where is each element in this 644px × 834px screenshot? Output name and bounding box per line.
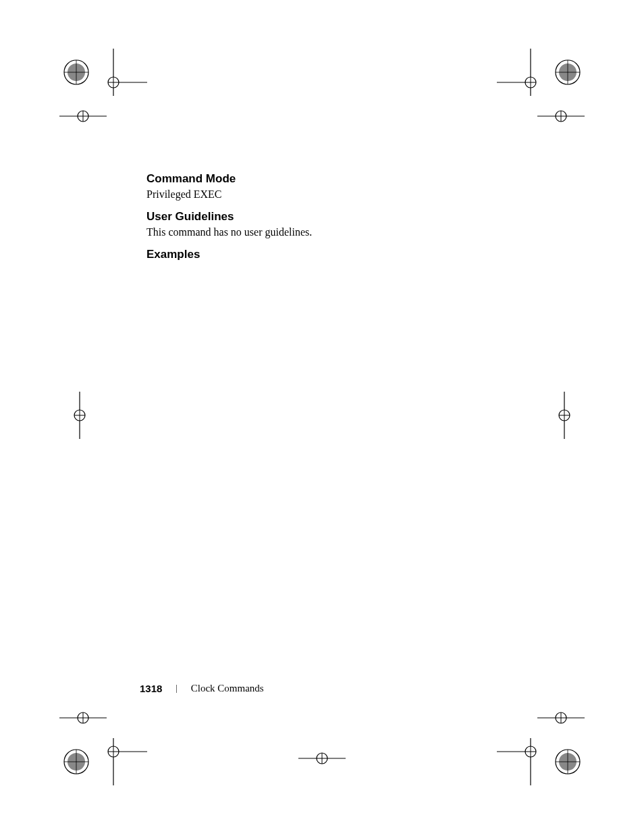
registration-mark-icon <box>59 55 93 89</box>
crop-mark-icon <box>59 698 107 738</box>
crop-mark-icon <box>100 49 147 96</box>
command-mode-body: Privileged EXEC <box>146 188 511 201</box>
crop-mark-icon <box>298 745 346 772</box>
footer-separator: | <box>176 683 177 694</box>
footer-section-title: Clock Commands <box>191 683 264 694</box>
examples-heading: Examples <box>146 248 511 261</box>
page-content: Command Mode Privileged EXEC User Guidel… <box>146 172 511 264</box>
registration-mark-icon <box>551 745 585 779</box>
user-guidelines-heading: User Guidelines <box>146 210 511 224</box>
page-number: 1318 <box>140 683 162 694</box>
registration-mark-icon <box>551 55 585 89</box>
crop-mark-icon <box>537 96 585 136</box>
page-footer: 1318 | Clock Commands <box>140 683 264 694</box>
crop-mark-icon <box>537 698 585 738</box>
user-guidelines-body: This command has no user guidelines. <box>146 226 511 238</box>
registration-mark-icon <box>59 745 93 779</box>
crop-mark-icon <box>100 738 147 785</box>
crop-mark-icon <box>59 96 107 136</box>
command-mode-heading: Command Mode <box>146 172 511 186</box>
crop-mark-icon <box>544 392 585 439</box>
crop-mark-icon <box>497 49 544 96</box>
crop-mark-icon <box>497 738 544 785</box>
crop-mark-icon <box>59 392 100 439</box>
